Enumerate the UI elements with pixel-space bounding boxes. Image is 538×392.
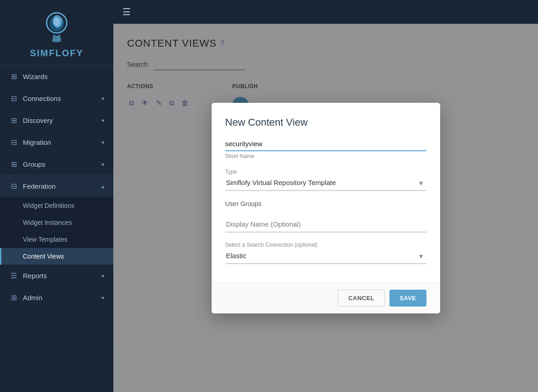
- sidebar-item-label: Reports: [23, 272, 47, 280]
- groups-icon: ⊞: [9, 160, 18, 169]
- sidebar-item-label: Federation: [23, 182, 56, 190]
- sidebar-item-discovery[interactable]: ⊞ Discovery ▾: [0, 110, 113, 132]
- sidebar-item-admin[interactable]: ⊞ Admin ▾: [0, 287, 113, 309]
- display-name-field: [225, 217, 426, 233]
- sidebar-item-view-templates[interactable]: View Templates: [0, 231, 113, 248]
- modal-body: New Content View securityview Short Name…: [212, 103, 440, 282]
- search-connection-select[interactable]: Elastic Solr None: [225, 248, 426, 264]
- chevron-down-icon: ▾: [101, 295, 104, 301]
- type-field-label: Type: [225, 169, 426, 175]
- sidebar-navigation: ⊞ Wizards ⊟ Connections ▾ ⊞ Discovery ▾ …: [0, 66, 113, 392]
- reports-icon: ☰: [9, 271, 18, 280]
- chevron-down-icon: ▾: [101, 95, 104, 102]
- name-field-label: Short Name: [225, 153, 426, 159]
- sidebar-item-label: Admin: [23, 294, 43, 302]
- cancel-button[interactable]: CANCEL: [338, 290, 385, 307]
- modal-footer: CANCEL SAVE: [212, 282, 440, 313]
- sidebar-item-label: Groups: [23, 160, 45, 168]
- federation-icon: ⊟: [9, 182, 18, 191]
- sidebar-item-content-views[interactable]: Content Views: [0, 248, 113, 265]
- modal-title: New Content View: [225, 117, 426, 128]
- svg-point-1: [53, 17, 60, 26]
- chevron-down-icon: ▾: [101, 117, 104, 124]
- sidebar-item-label: Discovery: [23, 117, 53, 124]
- sidebar-item-federation[interactable]: ⊟ Federation ▴: [0, 175, 113, 197]
- wizards-icon: ⊞: [9, 72, 18, 81]
- chevron-down-icon: ▾: [101, 161, 104, 168]
- sidebar-item-widget-instances[interactable]: Widget Instances: [0, 214, 113, 231]
- type-select-wrapper: Simflofy Virtual Repository Template Sta…: [225, 175, 426, 191]
- migration-icon: ⊟: [9, 138, 18, 147]
- sidebar-item-migration[interactable]: ⊟ Migration ▾: [0, 132, 113, 154]
- sidebar-item-wizards[interactable]: ⊞ Wizards: [0, 66, 113, 88]
- logo-image: [38, 9, 75, 46]
- sidebar-item-connections[interactable]: ⊟ Connections ▾: [0, 88, 113, 110]
- search-connection-label: Select a Search Connection (optional): [225, 242, 426, 248]
- display-name-input[interactable]: [225, 217, 426, 233]
- search-connection-wrapper: Elastic Solr None: [225, 248, 426, 264]
- type-field: Type Simflofy Virtual Repository Templat…: [225, 169, 426, 191]
- save-button[interactable]: SAVE: [389, 290, 426, 307]
- menu-toggle-button[interactable]: ☰: [123, 6, 131, 17]
- federation-subnav: Widget Definitions Widget Instances View…: [0, 197, 113, 265]
- discovery-icon: ⊞: [9, 116, 18, 125]
- modal-overlay: New Content View securityview Short Name…: [113, 24, 538, 392]
- sidebar-item-reports[interactable]: ☰ Reports ▾: [0, 265, 113, 287]
- sidebar-item-label: Wizards: [23, 73, 48, 80]
- sidebar-item-label: Migration: [23, 138, 51, 146]
- page-area: CONTENT VIEWS ? Search: ACTIONS ⧉ 👁 ✎ ⧉ …: [113, 24, 538, 392]
- type-select[interactable]: Simflofy Virtual Repository Template Sta…: [225, 175, 426, 191]
- sidebar-item-groups[interactable]: ⊞ Groups ▾: [0, 154, 113, 175]
- name-field: securityview Short Name: [225, 140, 426, 159]
- user-groups-label: User Groups: [225, 200, 426, 207]
- user-groups-field: User Groups: [225, 200, 426, 207]
- chevron-down-icon: ▾: [101, 273, 104, 279]
- app-name: SIMFLOFY: [30, 48, 83, 58]
- sidebar-item-widget-definitions[interactable]: Widget Definitions: [0, 197, 113, 214]
- sidebar-item-label: Connections: [23, 95, 61, 102]
- new-content-view-modal: New Content View securityview Short Name…: [212, 103, 440, 313]
- top-bar: ☰: [113, 0, 538, 24]
- name-value: securityview: [225, 140, 426, 151]
- connections-icon: ⊟: [9, 94, 18, 103]
- admin-icon: ⊞: [9, 293, 18, 302]
- main-content: ☰ CONTENT VIEWS ? Search: ACTIONS ⧉ 👁 ✎ …: [113, 0, 538, 392]
- chevron-up-icon: ▴: [101, 183, 104, 190]
- logo-area: SIMFLOFY: [0, 0, 113, 66]
- search-connection-field: Select a Search Connection (optional) El…: [225, 242, 426, 264]
- sidebar: SIMFLOFY ⊞ Wizards ⊟ Connections ▾ ⊞ Dis…: [0, 0, 113, 392]
- chevron-down-icon: ▾: [101, 139, 104, 146]
